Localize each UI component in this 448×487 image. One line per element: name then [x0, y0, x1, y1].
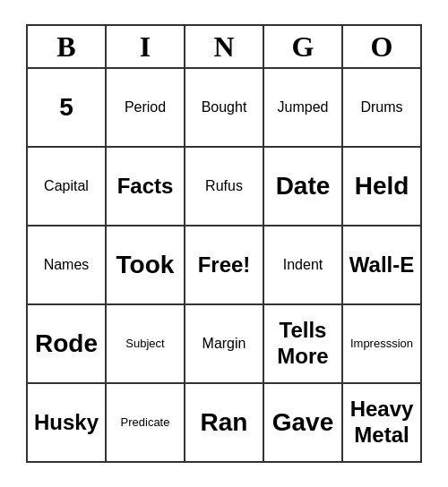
header-cell-n: N: [185, 26, 264, 69]
header-cell-i: I: [107, 26, 185, 69]
cell-text: Jumped: [278, 98, 329, 115]
cell-text: Bought: [202, 98, 247, 115]
cell-text: Rode: [35, 329, 98, 359]
bingo-cell-4-4: Heavy Metal: [343, 384, 422, 463]
bingo-cell-1-3: Date: [264, 148, 343, 226]
cell-text: Names: [44, 256, 90, 273]
cell-text: Ran: [201, 407, 248, 438]
cell-text: Subject: [125, 337, 164, 351]
bingo-cell-2-2: Free!: [185, 226, 264, 305]
cell-text: Tells More: [268, 318, 338, 370]
bingo-cell-4-1: Predicate: [107, 384, 185, 463]
bingo-cell-3-0: Rode: [28, 305, 107, 384]
cell-text: Held: [355, 171, 409, 201]
header-cell-o: O: [343, 26, 422, 69]
cell-text: Free!: [198, 252, 251, 278]
cell-text: Drums: [360, 98, 402, 115]
bingo-cell-3-1: Subject: [107, 305, 185, 384]
cell-text: Gave: [272, 407, 334, 438]
cell-text: Took: [116, 250, 175, 280]
cell-text: Period: [125, 98, 166, 115]
bingo-cell-3-3: Tells More: [264, 305, 343, 384]
bingo-cell-3-4: Impresssion: [343, 305, 422, 384]
cell-text: Predicate: [121, 415, 170, 430]
header-cell-b: B: [28, 26, 107, 69]
cell-text: Margin: [202, 335, 246, 352]
bingo-cell-0-1: Period: [107, 69, 185, 148]
cell-text: Capital: [44, 177, 89, 194]
cell-text: Indent: [283, 256, 323, 273]
bingo-cell-2-3: Indent: [264, 226, 343, 305]
cell-text: Impresssion: [350, 337, 413, 351]
bingo-cell-0-2: Bought: [185, 69, 264, 148]
bingo-card: BINGO 5PeriodBoughtJumpedDrumsCapitalFac…: [26, 24, 422, 463]
cell-text: Date: [276, 171, 331, 201]
bingo-cell-0-0: 5: [28, 69, 107, 148]
cell-text: Facts: [117, 174, 174, 200]
bingo-row-2: NamesTookFree!IndentWall-E: [28, 226, 422, 305]
bingo-cell-1-2: Rufus: [185, 148, 264, 226]
bingo-cell-2-4: Wall-E: [343, 226, 422, 305]
bingo-cell-2-1: Took: [107, 226, 185, 305]
bingo-row-3: RodeSubjectMarginTells MoreImpresssion: [28, 305, 422, 384]
bingo-cell-3-2: Margin: [185, 305, 264, 384]
bingo-cell-2-0: Names: [28, 226, 107, 305]
cell-text: Wall-E: [349, 252, 414, 278]
bingo-cell-0-4: Drums: [343, 69, 422, 148]
bingo-cell-4-3: Gave: [264, 384, 343, 463]
bingo-cell-1-4: Held: [343, 148, 422, 226]
bingo-cell-4-2: Ran: [185, 384, 264, 463]
header-cell-g: G: [264, 26, 343, 69]
bingo-cell-4-0: Husky: [28, 384, 107, 463]
cell-text: Heavy Metal: [347, 397, 417, 449]
header-row: BINGO: [28, 26, 422, 69]
cell-text: 5: [59, 92, 73, 123]
bingo-row-1: CapitalFactsRufusDateHeld: [28, 148, 422, 226]
cell-text: Husky: [34, 410, 99, 436]
bingo-row-4: HuskyPredicateRanGaveHeavy Metal: [28, 384, 422, 463]
bingo-cell-0-3: Jumped: [264, 69, 343, 148]
bingo-cell-1-0: Capital: [28, 148, 107, 226]
bingo-row-0: 5PeriodBoughtJumpedDrums: [28, 69, 422, 148]
cell-text: Rufus: [205, 177, 243, 194]
bingo-cell-1-1: Facts: [107, 148, 185, 226]
